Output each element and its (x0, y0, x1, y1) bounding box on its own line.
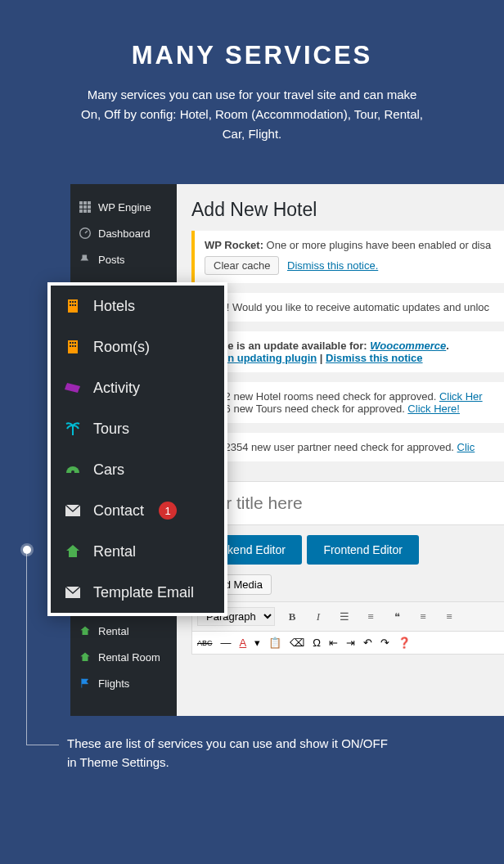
sidebar-item-wp-engine[interactable]: WP Engine (70, 194, 177, 220)
popup-item-cars[interactable]: Cars (51, 449, 224, 490)
svg-rect-2 (88, 201, 91, 205)
building-icon (64, 338, 82, 356)
quote-button[interactable]: ❝ (388, 608, 406, 626)
popup-item-hotels[interactable]: Hotels (51, 286, 224, 326)
sidebar-label: Posts (98, 254, 125, 266)
omega-button[interactable]: Ω (313, 637, 321, 649)
sidebar-item-flights[interactable]: Flights (70, 670, 177, 696)
svg-rect-6 (79, 209, 83, 213)
svg-rect-15 (74, 301, 76, 303)
italic-button[interactable]: I (309, 608, 327, 626)
align-center-button[interactable]: ≡ (440, 608, 458, 626)
dismiss-notice-link[interactable]: Dismiss this notice. (287, 259, 378, 272)
notice-partner: ave 2354 new user partner need check for… (191, 433, 504, 461)
svg-rect-24 (72, 345, 74, 347)
number-list-button[interactable]: ≡ (362, 608, 380, 626)
svg-rect-14 (72, 301, 74, 303)
sidebar-item-rental-room[interactable]: Rental Room (70, 644, 177, 670)
clear-cache-button[interactable]: Clear cache (205, 256, 279, 275)
popup-item-rental[interactable]: Rental (51, 531, 224, 572)
woocommerce-link[interactable]: Woocommerce (370, 340, 446, 352)
svg-rect-1 (83, 201, 87, 205)
popup-label: Room(s) (93, 339, 150, 356)
svg-rect-7 (83, 209, 87, 213)
grid-icon (79, 200, 92, 214)
popup-label: Hotels (93, 298, 135, 315)
svg-rect-0 (79, 201, 83, 205)
palm-icon (64, 420, 82, 438)
callout-marker (23, 546, 31, 554)
bold-button[interactable]: B (283, 608, 301, 626)
notification-badge: 1 (159, 502, 177, 520)
popup-item-rooms[interactable]: Room(s) (51, 326, 224, 367)
svg-rect-16 (70, 304, 71, 306)
notice-hola: Hola! Would you like to receive automati… (191, 293, 504, 322)
click-link[interactable]: Clic (457, 441, 475, 453)
pin-icon (79, 253, 92, 266)
svg-rect-22 (74, 342, 76, 344)
indent-button[interactable]: ⇥ (346, 637, 355, 649)
dashboard-icon (79, 227, 92, 240)
click-here-link[interactable]: Click Here! (407, 403, 460, 415)
svg-rect-5 (88, 205, 91, 209)
notice-text: ave 2354 new user partner need check for… (205, 441, 457, 453)
svg-rect-18 (74, 304, 76, 306)
building-icon (64, 297, 82, 315)
frontend-editor-button[interactable]: Frontend Editor (307, 535, 419, 565)
callout-line (26, 745, 59, 745)
popup-item-activity[interactable]: Activity (51, 367, 224, 408)
align-left-button[interactable]: ≡ (414, 608, 432, 626)
bullet-list-button[interactable]: ☰ (335, 608, 353, 626)
svg-rect-8 (88, 209, 91, 213)
notice-text: Hola! Would you like to receive automati… (205, 301, 489, 313)
svg-rect-25 (74, 345, 76, 347)
notice-prefix: There is an update available for: (205, 340, 370, 352)
flag-icon (79, 677, 92, 690)
strikethrough-button[interactable]: ABC (197, 639, 213, 647)
svg-rect-13 (70, 301, 71, 303)
clear-format-button[interactable]: ⌫ (290, 637, 304, 649)
svg-rect-21 (72, 342, 74, 344)
hero-section: MANY SERVICES Many services you can use … (0, 0, 504, 169)
popup-label: Contact (93, 502, 144, 520)
svg-rect-17 (72, 304, 74, 306)
hero-title: MANY SERVICES (41, 41, 463, 70)
svg-rect-20 (70, 342, 71, 344)
svg-rect-3 (79, 205, 83, 209)
ticket-icon (64, 379, 82, 397)
hero-description: Many services you can use for your trave… (80, 85, 424, 144)
sidebar-item-dashboard[interactable]: Dashboard (70, 220, 177, 246)
mail-icon (64, 502, 82, 520)
dismiss-link[interactable]: Dismiss this notice (326, 352, 422, 364)
notice-text: One or more plugins have been enabled or… (263, 239, 491, 251)
text-color-button[interactable]: A (240, 637, 247, 649)
notice-update: There is an update available for: Woocom… (191, 331, 504, 372)
sidebar-label: Flights (98, 677, 129, 690)
page-title: Add New Hotel (191, 199, 504, 221)
click-here-link[interactable]: Click Her (439, 390, 483, 403)
outdent-button[interactable]: ⇤ (329, 637, 338, 649)
sidebar-item-rental[interactable]: Rental (70, 618, 177, 644)
hr-button[interactable]: — (221, 637, 232, 649)
popup-label: Tours (93, 421, 129, 438)
help-button[interactable]: ❓ (398, 637, 411, 649)
popup-label: Cars (93, 461, 124, 479)
sidebar-item-posts[interactable]: Posts (70, 246, 177, 272)
paste-button[interactable]: 📋 (268, 637, 281, 649)
popup-item-tours[interactable]: Tours (51, 408, 224, 449)
undo-button[interactable]: ↶ (363, 637, 372, 649)
redo-button[interactable]: ↷ (380, 637, 389, 649)
notice-prefix: WP Rocket: (205, 239, 263, 251)
svg-rect-4 (83, 205, 87, 209)
mail-icon (64, 583, 82, 601)
post-title-input[interactable] (191, 481, 504, 525)
popup-label: Rental (93, 543, 136, 560)
sidebar-label: Rental Room (98, 651, 160, 664)
popup-item-template-email[interactable]: Template Email (51, 572, 224, 613)
dropdown-icon[interactable]: ▾ (254, 637, 260, 649)
notice-hotel-rooms: ave 2 new Hotel rooms need check for app… (191, 382, 504, 423)
popup-item-contact[interactable]: Contact 1 (51, 490, 224, 531)
callout-caption: These are list of services you can use a… (67, 735, 394, 772)
services-popup-sidebar: Hotels Room(s) Activity Tours Cars Conta… (47, 282, 227, 616)
popup-label: Template Email (93, 584, 194, 601)
